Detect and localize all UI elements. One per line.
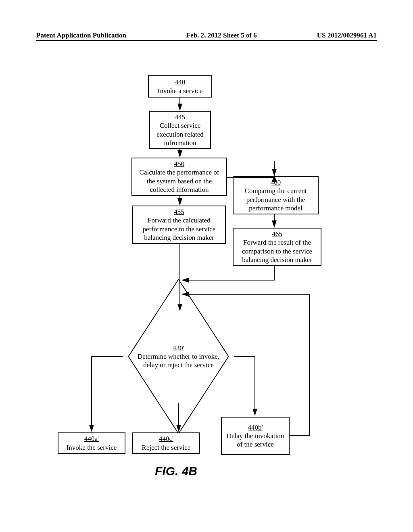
ref-450: 450 (136, 160, 223, 168)
box-forward-performance: 455 Forward the calculated performance t… (132, 206, 226, 244)
text-460: Comparing the current performance with t… (237, 187, 315, 212)
box-invoke-service: 440 Invoke a service (148, 75, 212, 98)
text-440c: Reject the service (136, 443, 196, 452)
ref-440a: 440a' (62, 434, 121, 443)
text-440b: Delay the invokation of the service (225, 432, 286, 449)
ref-430p: 430' (133, 344, 224, 352)
box-forward-comparison: 465 Forward the result of the comparison… (233, 228, 321, 266)
box-calculate-performance: 450 Calculate the performance of the sys… (131, 158, 227, 196)
box-reject: 440c' Reject the service (132, 432, 200, 454)
text-445: Collect service execution related infrom… (153, 121, 207, 147)
box-delay: 440b' Delay the invokation of the servic… (221, 417, 290, 455)
ref-455: 455 (136, 208, 222, 216)
ref-440b: 440b' (225, 423, 286, 432)
ref-445: 445 (153, 113, 207, 121)
text-455: Forward the calculated performance to th… (136, 216, 222, 242)
ref-460: 460 (237, 178, 315, 187)
box-invoke: 440a' Invoke the service (58, 432, 125, 454)
text-465: Forward the result of the comparison to … (237, 238, 317, 264)
text-430p: Determine whether to invoke, delay or re… (133, 352, 224, 370)
diamond-label: 430' Determine whether to invoke, delay … (133, 311, 224, 402)
text-440a: Invoke the service (62, 443, 121, 452)
flowchart: 440 Invoke a service 445 Collect service… (0, 0, 413, 532)
decision-determine: 430' Determine whether to invoke, delay … (133, 311, 224, 402)
figure-caption: FIG. 4B (155, 464, 197, 478)
text-440: Invoke a service (152, 87, 208, 95)
ref-440: 440 (152, 78, 208, 86)
ref-465: 465 (237, 230, 317, 238)
ref-440c: 440c' (136, 434, 196, 443)
box-collect-info: 445 Collect service execution related in… (149, 111, 211, 149)
box-compare-performance: 460 Comparing the current performance wi… (233, 176, 319, 214)
text-450: Calculate the performance of the system … (136, 168, 223, 194)
